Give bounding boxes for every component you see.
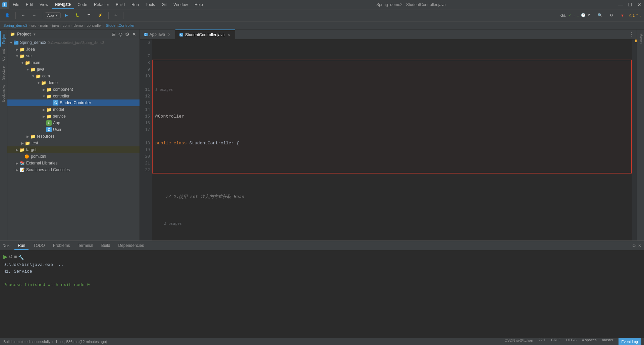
bottom-tab-dependencies[interactable]: Dependencies	[115, 242, 147, 250]
com-expand-icon: ▼	[31, 74, 36, 78]
breadcrumb-src[interactable]: src	[31, 23, 36, 27]
tree-target[interactable]: ▶ 📁 target	[7, 146, 140, 153]
git-status: Git: ✓ ↑ ↓ 🕐 ↺	[560, 13, 591, 17]
toolbar-back-btn[interactable]: ←	[18, 11, 28, 20]
search-btn[interactable]: 🔍	[595, 11, 605, 20]
tree-demo[interactable]: ▼ 📁 demo	[7, 79, 140, 86]
bottom-close-icon[interactable]: ✕	[638, 244, 641, 248]
menu-window[interactable]: Window	[170, 0, 191, 9]
tree-pom[interactable]: 🟠 pom.xml	[7, 153, 140, 160]
tab-app-java[interactable]: C App.java ×	[140, 29, 175, 39]
run-settings-btn[interactable]: 🔧	[18, 255, 24, 260]
breadcrumb-java[interactable]: java	[52, 23, 59, 27]
tree-java[interactable]: ▼ 📁 java	[7, 66, 140, 73]
menu-help[interactable]: Help	[191, 0, 206, 9]
profile-button[interactable]: ⚡	[95, 11, 106, 20]
run-stop-btn[interactable]: ■	[14, 254, 17, 259]
tree-src[interactable]: ▼ 📁 src	[7, 53, 140, 59]
tree-test[interactable]: ▶ 📁 test	[7, 140, 140, 146]
menu-view[interactable]: View	[36, 0, 52, 9]
menu-navigate[interactable]: Navigate	[52, 0, 74, 9]
menu-git[interactable]: Git	[158, 0, 170, 9]
menu-refactor[interactable]: Refactor	[91, 0, 112, 9]
structure-panel-tab[interactable]: Structure	[1, 64, 6, 83]
menu-code[interactable]: Code	[74, 0, 91, 9]
run-rerun-btn[interactable]: ↺	[9, 254, 13, 259]
minimize-button[interactable]: —	[616, 0, 625, 9]
breadcrumb-project[interactable]: Spring_demo2	[3, 23, 28, 27]
menu-build[interactable]: Build	[112, 0, 128, 9]
tab-student-controller[interactable]: C StudentController.java ×	[175, 29, 235, 39]
tree-model[interactable]: ▶ 📁 model	[7, 106, 140, 113]
breadcrumb-com[interactable]: com	[63, 23, 70, 27]
coverage-button[interactable]: ☂	[84, 11, 94, 20]
scrollbar-area[interactable]	[632, 40, 637, 240]
toolbar-forward-btn[interactable]: →	[30, 11, 39, 20]
sidebar-close-icon[interactable]: ✕	[131, 31, 137, 38]
debug-button[interactable]: 🐛	[72, 11, 83, 20]
run-button[interactable]: ▶	[62, 11, 71, 20]
git-revert-icon[interactable]: ↺	[588, 13, 591, 17]
menu-tools[interactable]: Tools	[142, 0, 158, 9]
tree-external-libs[interactable]: ▶ 📚 External Libraries	[7, 160, 140, 166]
tree-user[interactable]: C User	[7, 126, 140, 133]
bottom-tab-problems[interactable]: Problems	[50, 242, 73, 250]
toolbar-user-btn[interactable]: 👤	[2, 11, 13, 20]
locate-file-btn[interactable]: ◎	[118, 31, 123, 38]
menu-file[interactable]: File	[9, 0, 22, 9]
git-history-icon[interactable]: 🕐	[581, 13, 586, 17]
code-content-area[interactable]: 3 usages @Controller public class Studen…	[152, 40, 632, 240]
updates-btn[interactable]: ▼	[618, 11, 627, 20]
sidebar-dropdown-icon[interactable]: ▼	[33, 32, 36, 36]
undo-btn[interactable]: ↩	[111, 11, 120, 20]
tree-service[interactable]: ▶ 📁 service	[7, 113, 140, 120]
sc-tab-close-icon[interactable]: ×	[227, 32, 231, 37]
tree-idea[interactable]: ▶ 📁 .idea	[7, 46, 140, 53]
run-play-btn[interactable]: ▶	[3, 254, 7, 260]
tree-app[interactable]: C App	[7, 120, 140, 126]
bottom-tab-terminal[interactable]: Terminal	[74, 242, 96, 250]
breadcrumb-demo[interactable]: demo	[73, 23, 83, 27]
breadcrumb-controller[interactable]: controller	[87, 23, 102, 27]
event-log-btn[interactable]: Event Log	[619, 338, 641, 345]
tab-overflow-icon[interactable]: ⋮	[629, 31, 634, 38]
tree-root-project[interactable]: ▼ Spring_demo2 D:\Java\code\test_java\Sp…	[7, 39, 140, 46]
project-panel-tab[interactable]: Project	[0, 31, 7, 47]
app-tab-close-icon[interactable]: ×	[167, 32, 171, 37]
close-button[interactable]: ✕	[635, 0, 644, 9]
statusbar-git-branch: master	[602, 338, 613, 345]
commit-panel-tab[interactable]: Commit	[1, 47, 6, 63]
tree-main[interactable]: ▼ 📁 main	[7, 59, 140, 66]
toolbar-sep-3	[108, 12, 109, 19]
editor-area: C App.java × C StudentController.java × …	[140, 29, 637, 240]
code-editor[interactable]: 6 7 8 9 10 11 12 13 14 15 16 17 18 19 20…	[140, 40, 637, 240]
run-hi-service: Hi, Service	[3, 269, 32, 274]
maven-panel-tab[interactable]: Maven	[637, 29, 644, 48]
tree-component[interactable]: ▶ 📁 component	[7, 86, 140, 93]
bottom-tab-build[interactable]: Build	[98, 242, 114, 250]
tree-resources[interactable]: ▶ 📁 resources	[7, 133, 140, 140]
window-title: Spring_demo2 - StudentController.java	[206, 2, 616, 7]
controller-folder-icon: 📁	[46, 93, 52, 99]
breadcrumb-current-file[interactable]: StudentController	[106, 23, 135, 27]
maximize-button[interactable]: ❐	[625, 0, 635, 9]
app-config-dropdown[interactable]: App ▼	[45, 12, 61, 18]
bookmarks-panel-tab[interactable]: Bookmarks	[1, 82, 6, 105]
bottom-settings-icon[interactable]: ⚙	[632, 244, 636, 248]
bottom-tab-todo[interactable]: TODO	[30, 242, 48, 250]
breadcrumb-main[interactable]: main	[40, 23, 48, 27]
gear-icon[interactable]: ⚙	[124, 31, 130, 38]
editor-tabs: C App.java × C StudentController.java × …	[140, 29, 637, 40]
tree-com[interactable]: ▼ 📁 com	[7, 73, 140, 79]
tree-student-controller[interactable]: C StudentController	[7, 99, 140, 106]
user-java-icon: C	[46, 127, 52, 132]
tree-scratches[interactable]: ▶ 📝 Scratches and Consoles	[7, 166, 140, 173]
bottom-tab-run[interactable]: Run	[14, 242, 29, 250]
collapse-all-btn[interactable]: ⊟	[111, 31, 116, 38]
settings-btn[interactable]: ⚙	[607, 11, 616, 20]
tree-controller[interactable]: ▼ 📁 controller	[7, 93, 140, 99]
menu-run[interactable]: Run	[128, 0, 142, 9]
menu-edit[interactable]: Edit	[22, 0, 36, 9]
sep-6: ›	[84, 23, 86, 27]
java-expand-icon: ▼	[25, 68, 30, 71]
